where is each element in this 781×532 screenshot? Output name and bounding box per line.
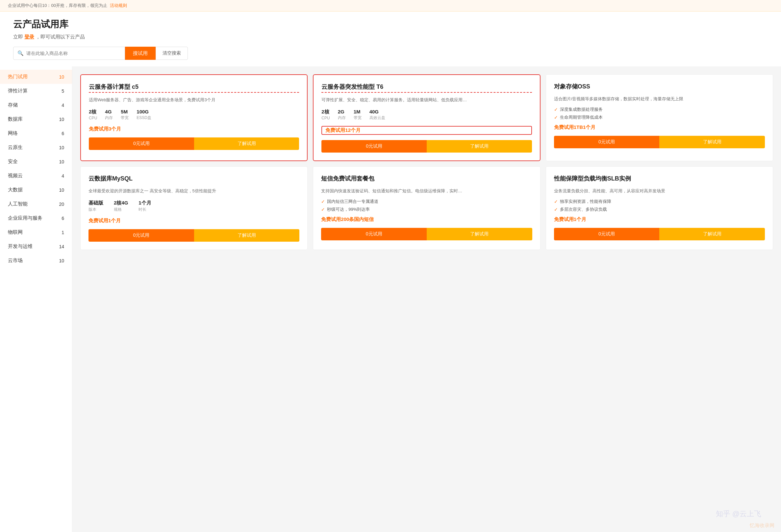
sidebar-item-存储[interactable]: 存储4 (0, 98, 72, 112)
search-button[interactable]: 搜试用 (125, 47, 156, 60)
sidebar-badge: 20 (59, 202, 64, 207)
sidebar-badge: 5 (61, 88, 64, 94)
spec-value: 2G (338, 109, 344, 115)
db-spec-label: 规格 (114, 207, 128, 212)
trial-duration: 免费试用1个月 (554, 216, 765, 223)
check-icon: ✓ (554, 207, 558, 212)
spec-label: CPU (89, 116, 97, 120)
product-title: 云数据库MySQL (88, 175, 299, 184)
learn-button[interactable]: 了解试用 (659, 228, 765, 240)
page-header: 云产品试用库 立即 登录 ，即可试用以下云产品 🔍 搜试用 清空搜索 (0, 11, 781, 66)
trial-button[interactable]: 0元试用 (554, 136, 660, 148)
sidebar-label: 弹性计算 (8, 88, 28, 94)
clear-search-button[interactable]: 清空搜索 (156, 47, 188, 60)
db-spec-value: 基础版 (88, 200, 103, 206)
sidebar-item-大数据[interactable]: 大数据10 (0, 183, 72, 197)
feature-list: ✓ 国内短信三网合一专属通道 ✓ 秒级可达，99%到达率 (321, 198, 532, 212)
spec-item: 1M 带宽 (354, 109, 362, 121)
trial-button[interactable]: 0元试用 (89, 137, 194, 150)
sidebar-item-视频云[interactable]: 视频云4 (0, 169, 72, 183)
spec-value: 40G (369, 109, 379, 115)
feature-text: 多层次容灾、多协议负载 (560, 207, 607, 212)
learn-button[interactable]: 了解试用 (659, 136, 765, 148)
check-icon: ✓ (554, 115, 558, 120)
sidebar-item-人工智能[interactable]: 人工智能20 (0, 197, 72, 211)
product-card-slb: 性能保障型负载均衡SLB实例业务流量负载分担、高性能、高可用，从容应对高并发场景… (546, 166, 773, 250)
check-icon: ✓ (321, 207, 325, 212)
sidebar-badge: 10 (59, 145, 64, 150)
learn-button[interactable]: 了解试用 (427, 140, 532, 152)
product-title: 云服务器计算型 c5 (89, 83, 299, 93)
product-title: 短信免费试用套餐包 (321, 175, 532, 184)
sidebar-badge: 4 (61, 173, 64, 179)
learn-button[interactable]: 了解试用 (194, 137, 299, 150)
check-icon: ✓ (554, 199, 558, 204)
sidebar-badge: 10 (59, 74, 64, 80)
spec-value: 2核 (89, 109, 96, 115)
feature-item: ✓ 生命周期管理降低成本 (554, 115, 765, 120)
db-spec-value: 1个月 (138, 200, 151, 206)
sidebar-label: 数据库 (8, 116, 23, 122)
db-spec-label: 版本 (88, 207, 103, 212)
feature-item: ✓ 国内短信三网合一专属通道 (321, 198, 532, 205)
sidebar-item-网络[interactable]: 网络6 (0, 126, 72, 140)
login-link[interactable]: 登录 (24, 34, 34, 39)
spec-label: 带宽 (121, 115, 129, 121)
product-card-ecs-t6: 云服务器突发性能型 T6可弹性扩展、安全、稳定、易用的计算服务。适用轻量级网站、… (313, 74, 540, 161)
spec-label: 带宽 (354, 115, 362, 121)
product-desc: 适用Web服务器、广告、游戏等企业通用业务场景，免费试用3个月 (89, 97, 299, 103)
spec-item: 2G 内存 (338, 109, 346, 121)
card-actions: 0元试用 了解试用 (89, 137, 299, 150)
sidebar-item-云原生[interactable]: 云原生10 (0, 140, 72, 154)
spec-label: ESSD盘 (136, 115, 151, 121)
learn-button[interactable]: 了解试用 (427, 228, 532, 240)
banner-text: 企业试用中心每日10：00开抢，库存有限，领完为止 (8, 3, 107, 8)
sidebar-label: 云原生 (8, 144, 23, 150)
card-actions: 0元试用 了解试用 (321, 140, 532, 152)
sidebar-badge: 14 (59, 244, 64, 249)
spec-label: 内存 (105, 115, 113, 121)
db-spec-value: 2核4G (114, 200, 128, 206)
search-bar: 🔍 搜试用 清空搜索 (13, 47, 768, 66)
top-banner: 企业试用中心每日10：00开抢，库存有限，领完为止 活动规则 (0, 0, 781, 11)
sidebar-item-物联网[interactable]: 物联网1 (0, 225, 72, 239)
subtitle-prefix: 立即 (13, 34, 23, 39)
sidebar-badge: 6 (61, 131, 64, 136)
sidebar-label: 热门试用 (8, 74, 28, 80)
sidebar: 热门试用10弹性计算5存储4数据库10网络6云原生10安全10视频云4大数据10… (0, 66, 72, 532)
trial-button[interactable]: 0元试用 (321, 228, 427, 240)
search-input[interactable] (26, 51, 121, 56)
check-icon: ✓ (321, 199, 325, 204)
spec-value: 1M (354, 109, 361, 115)
feature-item: ✓ 独享实例资源，性能有保障 (554, 198, 765, 205)
sidebar-item-企业应用与服务[interactable]: 企业应用与服务6 (0, 211, 72, 225)
feature-text: 国内短信三网合一专属通道 (327, 198, 378, 205)
sidebar-item-弹性计算[interactable]: 弹性计算5 (0, 84, 72, 98)
sidebar-item-安全[interactable]: 安全10 (0, 154, 72, 169)
sidebar-label: 人工智能 (8, 201, 28, 207)
sidebar-badge: 10 (59, 258, 64, 263)
sidebar-label: 企业应用与服务 (8, 215, 42, 221)
sidebar-item-热门试用[interactable]: 热门试用10 (0, 70, 72, 84)
card-actions: 0元试用 了解试用 (321, 228, 532, 240)
feature-text: 生命周期管理降低成本 (560, 115, 603, 120)
feature-item: ✓ 深度集成数据处理服务 (554, 106, 765, 113)
feature-item: ✓ 多层次容灾、多协议负载 (554, 207, 765, 212)
search-icon: 🔍 (17, 50, 24, 56)
sidebar-item-云市场[interactable]: 云市场10 (0, 254, 72, 268)
sidebar-label: 云市场 (8, 258, 23, 264)
trial-duration: 免费试用1TB1个月 (554, 124, 765, 131)
trial-button[interactable]: 0元试用 (88, 229, 194, 242)
sidebar-badge: 6 (61, 216, 64, 221)
learn-button[interactable]: 了解试用 (194, 229, 300, 242)
activity-rules-link[interactable]: 活动规则 (110, 3, 127, 8)
sidebar-item-开发与运维[interactable]: 开发与运维14 (0, 239, 72, 254)
sidebar-badge: 10 (59, 117, 64, 122)
trial-button[interactable]: 0元试用 (321, 140, 427, 152)
product-card-mysql: 云数据库MySQL全球最受欢迎的开源数据库之一 高安全等级、高稳定，5倍性能提升… (80, 166, 307, 250)
check-icon: ✓ (554, 107, 558, 112)
sidebar-item-数据库[interactable]: 数据库10 (0, 112, 72, 126)
product-grid: 云服务器计算型 c5适用Web服务器、广告、游戏等企业通用业务场景，免费试用3个… (72, 66, 781, 532)
sidebar-badge: 10 (59, 159, 64, 164)
trial-button[interactable]: 0元试用 (554, 228, 660, 240)
